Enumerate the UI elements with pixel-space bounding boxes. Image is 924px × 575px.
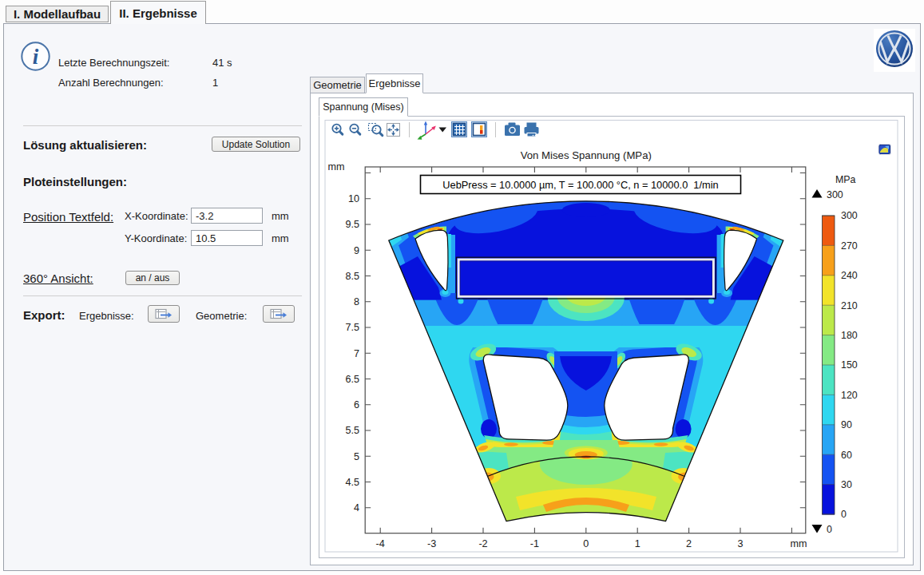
svg-text:2: 2 — [686, 538, 692, 549]
svg-text:-2: -2 — [478, 538, 487, 549]
svg-text:9.5: 9.5 — [345, 219, 359, 230]
svg-text:120: 120 — [841, 390, 858, 401]
svg-text:0: 0 — [841, 509, 847, 520]
svg-text:300: 300 — [841, 210, 858, 221]
svg-text:5.5: 5.5 — [345, 425, 359, 436]
svg-text:30: 30 — [841, 479, 852, 490]
svg-text:180: 180 — [841, 330, 858, 341]
svg-text:300: 300 — [827, 189, 843, 200]
svg-text:-1: -1 — [530, 538, 539, 549]
svg-text:7.5: 7.5 — [345, 322, 359, 333]
svg-text:3: 3 — [737, 538, 743, 549]
svg-text:i: i — [33, 45, 39, 69]
svg-text:210: 210 — [841, 300, 858, 311]
svg-text:60: 60 — [841, 450, 852, 461]
svg-text:4.5: 4.5 — [345, 477, 359, 488]
svg-text:8.5: 8.5 — [345, 271, 359, 282]
svg-text:1: 1 — [635, 538, 640, 549]
svg-text:4: 4 — [354, 502, 359, 514]
svg-text:270: 270 — [841, 240, 858, 252]
svg-text:MPa: MPa — [835, 174, 856, 185]
svg-text:-4: -4 — [376, 538, 385, 549]
svg-text:6: 6 — [354, 399, 359, 410]
svg-text:6.5: 6.5 — [345, 374, 359, 385]
svg-text:9: 9 — [354, 245, 359, 256]
svg-text:-3: -3 — [427, 538, 436, 549]
svg-text:90: 90 — [841, 419, 852, 430]
svg-text:UebPress = 10.0000 µm, T = 100: UebPress = 10.0000 µm, T = 100.000 °C, n… — [442, 179, 718, 191]
svg-text:150: 150 — [841, 359, 858, 371]
svg-text:Von Mises Spannung (MPa): Von Mises Spannung (MPa) — [521, 149, 652, 161]
svg-text:mm: mm — [791, 538, 807, 549]
svg-text:0: 0 — [827, 524, 832, 535]
svg-text:mm: mm — [328, 161, 345, 172]
svg-text:0: 0 — [583, 538, 589, 549]
svg-text:10: 10 — [348, 193, 359, 204]
svg-text:8: 8 — [354, 296, 359, 307]
svg-text:240: 240 — [841, 270, 858, 281]
svg-text:5: 5 — [354, 451, 359, 462]
svg-text:7: 7 — [354, 348, 359, 359]
